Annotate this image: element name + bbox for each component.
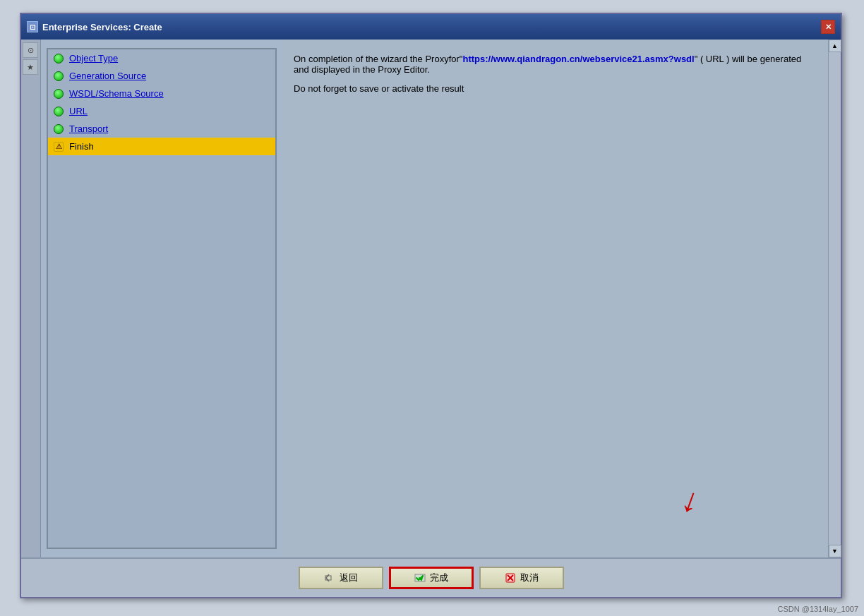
- scrollbar: ▲ ▼: [828, 40, 841, 557]
- scroll-down-button[interactable]: ▼: [829, 545, 841, 557]
- finish-label: 完成: [430, 572, 448, 584]
- nav-item-label: URL: [69, 106, 88, 116]
- content-url: https://www.qiandragon.cn/webservice21.a…: [462, 54, 694, 64]
- nav-item-finish[interactable]: ⚠Finish: [48, 138, 275, 155]
- content-panel: On completion of the wizard the Proxyfor…: [282, 40, 828, 557]
- content-paragraph-2: Do not forget to save or activate the re…: [294, 83, 817, 94]
- nav-item-label: Transport: [69, 123, 108, 134]
- back-icon: [324, 572, 335, 584]
- left-strip: ⊙ ★: [21, 40, 41, 557]
- back-label: 返回: [340, 572, 358, 584]
- nav-dot-green: [54, 71, 64, 81]
- back-button[interactable]: 返回: [299, 567, 383, 589]
- cancel-label: 取消: [520, 572, 539, 584]
- nav-dot-green: [54, 54, 64, 64]
- dialog-title: Enterprise Services: Create: [42, 22, 162, 32]
- nav-panel: Object TypeGeneration SourceWSDL/Schema …: [47, 48, 277, 549]
- nav-item-url[interactable]: URL: [48, 102, 275, 120]
- content-paragraph-1: On completion of the wizard the Proxyfor…: [294, 54, 817, 75]
- nav-item-transport[interactable]: Transport: [48, 120, 275, 138]
- nav-item-label: Finish: [69, 141, 94, 152]
- cancel-button[interactable]: 取消: [479, 567, 564, 589]
- strip-icon-1: ⊙: [23, 42, 38, 58]
- nav-item-generation-source[interactable]: Generation Source: [48, 67, 275, 85]
- nav-dot-green: [54, 107, 64, 116]
- enterprise-services-dialog: ⊡ Enterprise Services: Create ✕ ⊙ ★ Obje…: [20, 13, 842, 598]
- nav-dot-warning: ⚠: [54, 142, 64, 152]
- cancel-icon: [505, 572, 516, 584]
- dialog-icon: ⊡: [27, 21, 38, 32]
- title-bar: ⊡ Enterprise Services: Create ✕: [21, 14, 841, 40]
- nav-item-label: Generation Source: [69, 71, 146, 81]
- nav-dot-green: [54, 89, 64, 99]
- content-text-before: On completion of the wizard the Proxyfor…: [294, 54, 462, 64]
- nav-item-label: WSDL/Schema Source: [69, 88, 164, 99]
- title-bar-left: ⊡ Enterprise Services: Create: [27, 21, 162, 32]
- button-bar: 返回 完成 取消: [21, 557, 841, 597]
- nav-item-label: Object Type: [69, 53, 118, 64]
- finish-button[interactable]: 完成: [389, 567, 474, 589]
- scroll-up-button[interactable]: ▲: [829, 40, 841, 52]
- nav-item-object-type[interactable]: Object Type: [48, 49, 275, 67]
- nav-item-wsdl-schema-source[interactable]: WSDL/Schema Source: [48, 85, 275, 102]
- finish-icon: [414, 572, 426, 584]
- watermark: CSDN @1314lay_1007: [777, 605, 858, 613]
- nav-dot-green: [54, 124, 64, 134]
- strip-icon-2: ★: [23, 59, 38, 75]
- close-button[interactable]: ✕: [821, 20, 835, 34]
